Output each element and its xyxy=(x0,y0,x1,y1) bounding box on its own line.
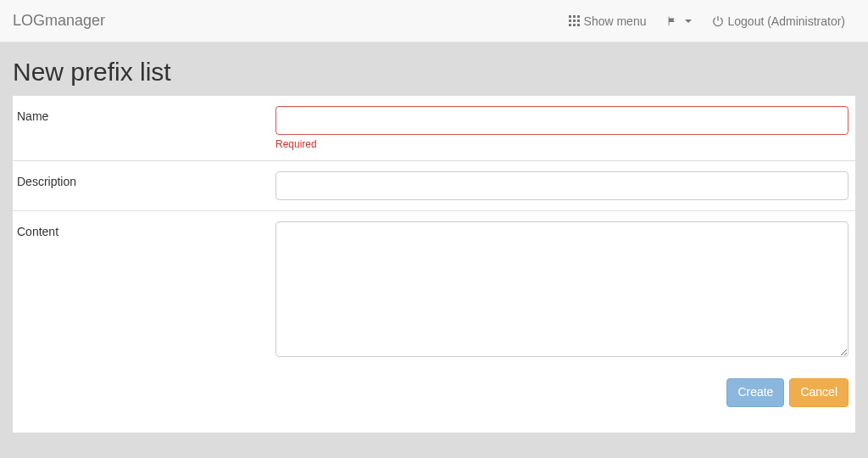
form-row-name: Name Required xyxy=(13,95,855,160)
power-icon xyxy=(712,15,724,27)
name-label: Name xyxy=(13,106,275,150)
logout-button[interactable]: Logout (Administrator) xyxy=(702,2,855,41)
content-textarea[interactable] xyxy=(275,221,849,357)
description-input[interactable] xyxy=(275,171,849,200)
page-title: New prefix list xyxy=(13,58,855,87)
cancel-button[interactable]: Cancel xyxy=(789,378,849,407)
flag-dropdown[interactable] xyxy=(656,3,702,40)
grid-icon xyxy=(569,15,581,27)
app-brand: LOGmanager xyxy=(13,12,105,30)
content-label: Content xyxy=(13,221,275,360)
name-input[interactable] xyxy=(275,106,849,135)
form-row-content: Content xyxy=(13,210,855,370)
navbar: LOGmanager Show menu Logout (Administrat… xyxy=(0,0,868,42)
logout-label: Logout (Administrator) xyxy=(727,14,845,28)
name-error: Required xyxy=(275,138,849,150)
show-menu-button[interactable]: Show menu xyxy=(559,2,657,41)
show-menu-label: Show menu xyxy=(584,14,647,28)
flag-icon xyxy=(666,15,678,27)
form-panel: Name Required Description Content Create… xyxy=(13,95,855,433)
navbar-right: Show menu Logout (Administrator) xyxy=(559,2,855,41)
chevron-down-icon xyxy=(685,20,692,23)
description-label: Description xyxy=(13,171,275,200)
form-row-description: Description xyxy=(13,160,855,210)
page-header: New prefix list xyxy=(0,42,868,95)
form-actions: Create Cancel xyxy=(13,370,855,433)
content: New prefix list Name Required Descriptio… xyxy=(0,42,868,450)
create-button[interactable]: Create xyxy=(726,378,784,407)
